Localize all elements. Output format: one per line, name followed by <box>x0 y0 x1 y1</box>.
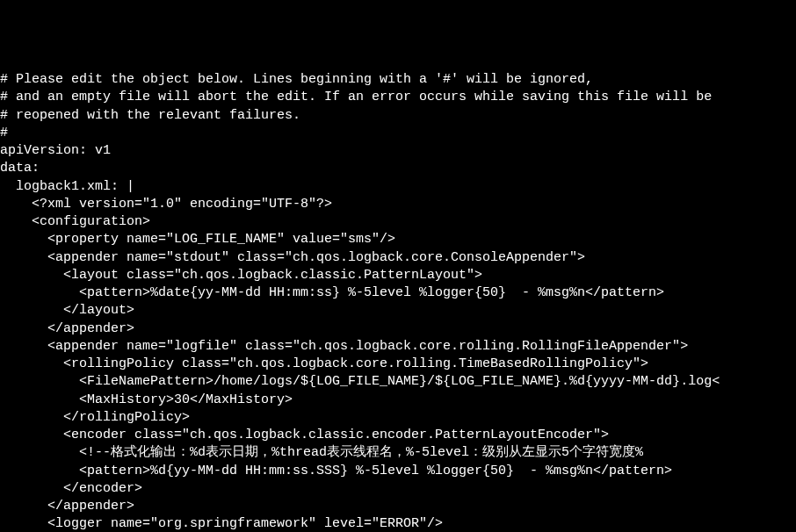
editor-line: <layout class="ch.qos.logback.classic.Pa… <box>0 267 796 284</box>
editor-line: <pattern>%d{yy-MM-dd HH:mm:ss.SSS} %-5le… <box>0 463 796 480</box>
editor-line: <logger name="org.springframework" level… <box>0 515 796 532</box>
editor-line: <appender name="stdout" class="ch.qos.lo… <box>0 249 796 267</box>
editor-line: # Please edit the object below. Lines be… <box>0 71 796 89</box>
editor-line: # and an empty file will abort the edit.… <box>0 89 796 106</box>
editor-line: <FileNamePattern>/home/logs/${LOG_FILE_N… <box>0 373 796 391</box>
editor-line: </encoder> <box>0 480 796 498</box>
editor-line: # reopened with the relevant failures. <box>0 107 796 125</box>
editor-line: data: <box>0 160 796 177</box>
editor-line: </layout> <box>0 302 796 320</box>
editor-line: <encoder class="ch.qos.logback.classic.e… <box>0 427 796 444</box>
editor-line: <property name="LOG_FILE_NAME" value="sm… <box>0 231 796 248</box>
editor-line: <?xml version="1.0" encoding="UTF-8"?> <box>0 196 796 213</box>
terminal-editor[interactable]: # Please edit the object below. Lines be… <box>0 71 796 532</box>
editor-line: <!--格式化输出：%d表示日期，%thread表示线程名，%-5level：级… <box>0 444 796 462</box>
editor-line: # <box>0 125 796 142</box>
editor-line: <rollingPolicy class="ch.qos.logback.cor… <box>0 356 796 373</box>
editor-line: logback1.xml: | <box>0 178 796 196</box>
editor-line: <appender name="logfile" class="ch.qos.l… <box>0 338 796 356</box>
editor-line: apiVersion: v1 <box>0 142 796 160</box>
editor-line: <MaxHistory>30</MaxHistory> <box>0 392 796 409</box>
editor-line: </appender> <box>0 320 796 338</box>
editor-line: <pattern>%date{yy-MM-dd HH:mm:ss} %-5lev… <box>0 284 796 302</box>
editor-line: </appender> <box>0 498 796 515</box>
editor-line: <configuration> <box>0 213 796 231</box>
editor-line: </rollingPolicy> <box>0 409 796 427</box>
